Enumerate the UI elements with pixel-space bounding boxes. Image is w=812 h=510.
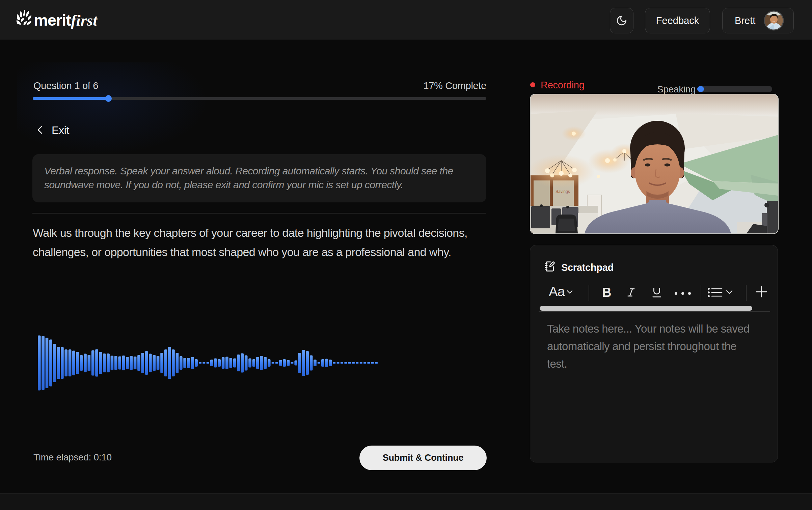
svg-text:Savings: Savings [556,189,570,194]
